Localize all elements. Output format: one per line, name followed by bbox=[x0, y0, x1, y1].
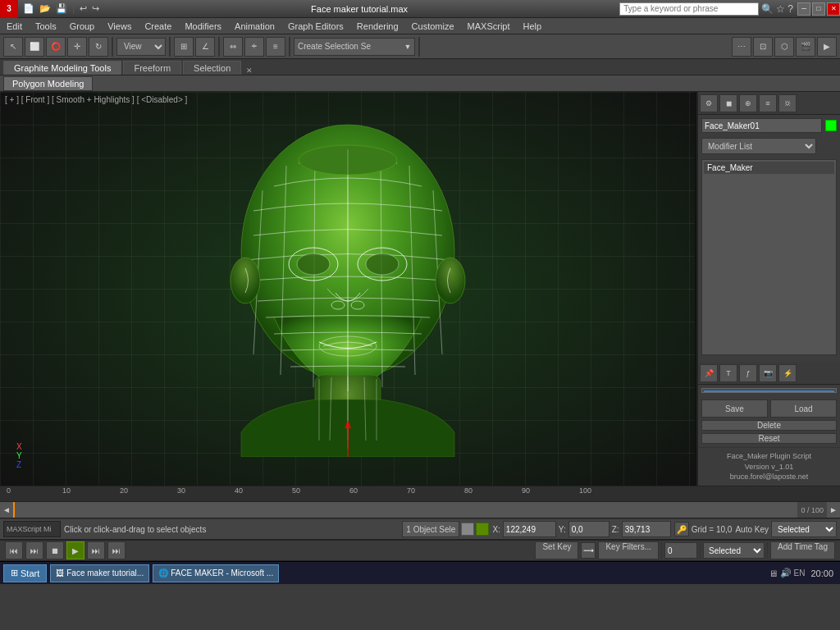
move-tool[interactable]: ✛ bbox=[67, 37, 87, 57]
tab-close-btn[interactable]: ✕ bbox=[246, 66, 253, 75]
tb-icon-new[interactable]: 📄 bbox=[23, 3, 34, 14]
load-preset-button[interactable]: Load bbox=[770, 399, 837, 418]
preset-item-newface[interactable]: New_Face bbox=[704, 390, 834, 393]
menu-create[interactable]: Create bbox=[138, 18, 178, 34]
named-selection-dropdown[interactable]: ▼ bbox=[401, 43, 414, 51]
next-key-button[interactable]: ⏭ bbox=[87, 541, 105, 559]
mod-pin-btn[interactable]: 📌 bbox=[700, 364, 718, 382]
prev-key-button[interactable]: ⏮ bbox=[5, 541, 23, 559]
frame-input[interactable] bbox=[664, 542, 697, 559]
menu-help[interactable]: Help bbox=[517, 18, 549, 34]
z-coord-input[interactable] bbox=[622, 521, 671, 537]
mod-type-btn[interactable]: T bbox=[719, 364, 737, 382]
ruler-left-pad bbox=[0, 486, 7, 501]
snap-toggle[interactable]: ⊞ bbox=[174, 37, 194, 57]
x-coord-input[interactable] bbox=[503, 521, 556, 537]
align-tool[interactable]: ≡ bbox=[266, 37, 285, 57]
menu-group[interactable]: Group bbox=[63, 18, 102, 34]
circle-select[interactable]: ⭕ bbox=[46, 37, 66, 57]
subtab-polygon-modeling[interactable]: Polygon Modeling bbox=[3, 76, 93, 91]
menu-grapheditors[interactable]: Graph Editors bbox=[281, 18, 350, 34]
select-color-indicator bbox=[476, 523, 489, 536]
svg-point-17 bbox=[436, 258, 465, 304]
modifier-item-facemaker[interactable]: Face_Maker bbox=[704, 162, 834, 174]
viewport-label: [ + ] [ Front ] [ Smooth + Highlights ] … bbox=[5, 95, 187, 104]
timeline-left-arrow[interactable]: ◄ bbox=[0, 502, 13, 518]
stop-button[interactable]: ⏹ bbox=[46, 541, 64, 559]
object-name-input[interactable] bbox=[701, 118, 822, 133]
curve-editor[interactable]: ⋯ bbox=[732, 37, 751, 57]
save-preset-button[interactable]: Save bbox=[701, 399, 768, 418]
menu-views[interactable]: Views bbox=[101, 18, 138, 34]
scale-tool[interactable]: ⇔ bbox=[223, 37, 243, 57]
save-load-row: Save Load bbox=[701, 399, 837, 418]
delete-preset-button[interactable]: Delete bbox=[701, 420, 837, 431]
menu-modifiers[interactable]: Modifiers bbox=[178, 18, 228, 34]
tab-freeform[interactable]: Freeform bbox=[123, 61, 181, 75]
panel-display-btn[interactable]: ◼ bbox=[719, 94, 737, 112]
autokey-group: Auto Key Selected bbox=[735, 521, 837, 537]
menu-edit[interactable]: Edit bbox=[0, 18, 29, 34]
schematic-view[interactable]: ⊡ bbox=[753, 37, 773, 57]
app-facemaker-button[interactable]: 🖼 Face maker tutorial... bbox=[50, 564, 149, 582]
key-icon[interactable]: 🔑 bbox=[674, 522, 689, 536]
help-icon[interactable]: ? bbox=[788, 3, 793, 15]
timeline-track[interactable] bbox=[13, 502, 797, 518]
3d-viewport[interactable]: [ + ] [ Front ] [ Smooth + Highlights ] … bbox=[0, 92, 696, 486]
panel-utility-btn[interactable]: ⛭ bbox=[778, 94, 797, 112]
search-icon[interactable]: 🔍 bbox=[761, 3, 774, 15]
render-btn[interactable]: ▶ bbox=[817, 37, 837, 57]
mirror-tool[interactable]: ⫩ bbox=[244, 37, 264, 57]
menu-animation[interactable]: Animation bbox=[228, 18, 281, 34]
window-controls: ─ □ ✕ bbox=[797, 2, 840, 16]
select-tool[interactable]: ↖ bbox=[3, 37, 23, 57]
app-facemaker2-button[interactable]: 🌐 FACE MAKER - Microsoft ... bbox=[153, 564, 279, 582]
angle-snap[interactable]: ∠ bbox=[195, 37, 215, 57]
search-input[interactable] bbox=[619, 2, 759, 16]
menu-maxscript[interactable]: MAXScript bbox=[461, 18, 517, 34]
mat-editor[interactable]: ⬡ bbox=[774, 37, 794, 57]
tb-icon-open[interactable]: 📂 bbox=[39, 3, 51, 14]
view-dropdown[interactable]: View bbox=[116, 38, 166, 56]
play-prev-button[interactable]: ⏭ bbox=[25, 541, 43, 559]
autokey-dropdown[interactable]: Selected bbox=[771, 521, 837, 537]
panel-motion-btn[interactable]: ⊕ bbox=[739, 94, 757, 112]
selected-dropdown[interactable]: Selected bbox=[703, 542, 765, 559]
mod-camera-btn[interactable]: 📷 bbox=[759, 364, 777, 382]
reset-preset-button[interactable]: Reset bbox=[701, 433, 837, 444]
play-button[interactable]: ▶ bbox=[66, 541, 84, 559]
minimize-button[interactable]: ─ bbox=[797, 2, 810, 16]
rotate-tool[interactable]: ↻ bbox=[89, 37, 108, 57]
modifier-list-dropdown[interactable]: Modifier List bbox=[701, 138, 816, 154]
key-curve-icon[interactable]: ⟿ bbox=[581, 542, 596, 559]
key-filters-button[interactable]: Key Filters... bbox=[598, 541, 659, 559]
menu-rendering[interactable]: Rendering bbox=[350, 18, 405, 34]
start-button[interactable]: ⊞ Start bbox=[3, 564, 47, 582]
tb-icon-undo[interactable]: ↩ bbox=[80, 3, 87, 14]
tb-icon-save[interactable]: 💾 bbox=[56, 3, 67, 14]
last-frame-button[interactable]: ⏭ bbox=[107, 541, 126, 559]
ruler-track: 0 10 20 30 40 50 60 70 80 90 100 bbox=[7, 486, 840, 501]
tab-graphite[interactable]: Graphite Modeling Tools bbox=[3, 61, 121, 75]
menu-tools[interactable]: Tools bbox=[29, 18, 63, 34]
add-time-tag-button[interactable]: Add Time Tag bbox=[770, 541, 835, 559]
tab-selection[interactable]: Selection bbox=[183, 61, 241, 75]
named-selection-input[interactable] bbox=[294, 39, 401, 55]
menu-customize[interactable]: Customize bbox=[405, 18, 461, 34]
y-coord-input[interactable] bbox=[568, 521, 609, 537]
panel-settings-btn[interactable]: ⚙ bbox=[700, 94, 718, 112]
close-button[interactable]: ✕ bbox=[827, 2, 840, 16]
bookmark-icon[interactable]: ☆ bbox=[776, 3, 785, 15]
set-key-button[interactable]: Set Key bbox=[535, 541, 578, 559]
rect-select[interactable]: ⬜ bbox=[25, 37, 44, 57]
mod-extra-btn[interactable]: ⚡ bbox=[778, 364, 797, 382]
render-setup[interactable]: 🎬 bbox=[796, 37, 815, 57]
app-icon-1: 🖼 bbox=[56, 568, 64, 578]
mod-func-btn[interactable]: ƒ bbox=[739, 364, 757, 382]
ruler-mark-40: 40 bbox=[235, 486, 243, 495]
panel-hierarchy-btn[interactable]: ≡ bbox=[759, 94, 777, 112]
tb-icon-redo[interactable]: ↪ bbox=[92, 3, 99, 14]
app-logo: 3 bbox=[0, 0, 18, 18]
maximize-button[interactable]: □ bbox=[812, 2, 825, 16]
timeline-right-arrow[interactable]: ► bbox=[827, 502, 840, 518]
